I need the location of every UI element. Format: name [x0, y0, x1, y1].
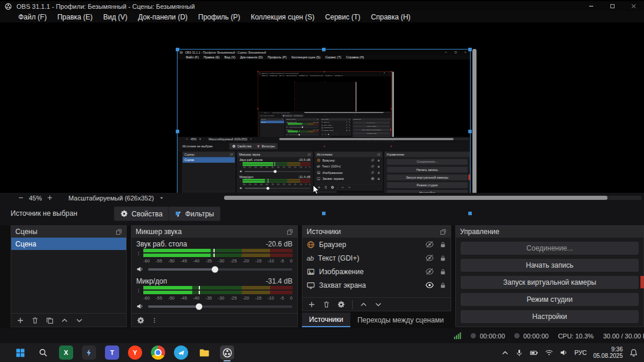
minimize-button[interactable] [580, 1, 602, 11]
menu-scene-collection[interactable]: Коллекция сцен (S) [245, 13, 320, 21]
source-up-button[interactable] [341, 186, 344, 189]
source-down-button[interactable] [336, 133, 337, 135]
scene-down-button[interactable] [75, 317, 83, 324]
dock-popout-icon[interactable] [116, 229, 122, 235]
source-row-browser[interactable]: Браузер [303, 238, 451, 251]
source-properties-gear-icon[interactable] [328, 133, 330, 135]
visibility-eye-icon[interactable] [370, 177, 374, 181]
selection-handle[interactable] [324, 71, 325, 73]
visibility-eye-off-icon[interactable] [425, 254, 434, 262]
volume-slider[interactable] [245, 187, 310, 189]
source-row-display-capture[interactable]: Захват экрана [303, 278, 451, 292]
visibility-eye-off-icon[interactable] [425, 240, 434, 249]
preview-horizontal-scrollbar[interactable] [280, 138, 469, 140]
volume-slider-thumb[interactable] [267, 187, 270, 190]
remove-source-button[interactable] [324, 186, 327, 189]
dock-popout-icon[interactable] [440, 229, 446, 235]
menu-help[interactable]: Справка (H) [344, 55, 367, 59]
menu-scene-collection[interactable]: Коллекция сцен (S) [289, 55, 323, 59]
channel-menu-icon[interactable] [136, 286, 141, 301]
selection-handle[interactable] [294, 98, 295, 99]
tab-scene-transitions[interactable]: Переходы между сценами [350, 312, 451, 327]
scenes-panel-header[interactable]: Сцены [11, 226, 126, 238]
duplicate-scene-button[interactable] [46, 317, 54, 324]
start-streaming-button[interactable]: Соединение... [461, 242, 639, 255]
lock-icon[interactable] [439, 282, 446, 289]
menu-tools[interactable]: Сервис (T) [320, 13, 366, 21]
selection-handle[interactable] [324, 82, 325, 83]
selection-handle[interactable] [257, 108, 258, 110]
start-recording-button[interactable]: Начать запись [461, 259, 639, 272]
restore-button[interactable] [602, 1, 623, 11]
source-properties-gear-icon[interactable] [337, 301, 345, 308]
lock-icon[interactable] [349, 124, 350, 125]
speaker-icon[interactable] [136, 265, 144, 273]
visibility-eye-off-icon[interactable] [370, 170, 374, 175]
scene-list-item[interactable]: Сцена [183, 157, 235, 163]
taskbar-excel-icon[interactable]: X [59, 345, 73, 360]
selection-handle[interactable] [322, 48, 326, 51]
controls-panel-header[interactable]: Управление [456, 226, 643, 238]
studio-mode-button[interactable]: Режим студии [353, 132, 390, 135]
volume-slider-thumb[interactable] [196, 303, 202, 310]
scrollbar-thumb[interactable] [280, 138, 454, 140]
studio-mode-button[interactable]: Режим студии [461, 293, 639, 306]
preview-vertical-scrollbar[interactable] [392, 72, 394, 147]
selection-handle[interactable] [176, 130, 179, 133]
tray-wifi-icon[interactable] [545, 348, 553, 357]
lock-icon[interactable] [349, 121, 350, 123]
preview-canvas[interactable]: OBS 31.1.1 - Профили: Безымянный - Сцены… [0, 22, 644, 193]
visibility-eye-off-icon[interactable] [346, 124, 347, 126]
preview-scale-mode[interactable]: Масштабируемый (626x352) [68, 195, 154, 202]
tray-chevron-up-icon[interactable] [501, 349, 509, 357]
source-properties-gear-icon[interactable] [331, 186, 334, 189]
menu-edit[interactable]: Правка (E) [201, 55, 222, 59]
window-titlebar[interactable]: OBS 31.1.1 - Профили: Безымянный - Сцены… [0, 1, 644, 11]
selection-handle[interactable] [391, 71, 392, 73]
tray-microphone-icon[interactable] [515, 349, 523, 357]
speaker-icon[interactable] [239, 170, 243, 173]
selection-handle[interactable] [257, 146, 258, 147]
scale-mode-caret-icon[interactable] [159, 195, 165, 201]
sources-panel-header[interactable]: Источники [315, 152, 382, 157]
lock-icon[interactable] [349, 127, 350, 128]
visibility-eye-off-icon[interactable] [370, 158, 374, 162]
zoom-in-icon[interactable] [199, 137, 202, 140]
dock-popout-icon[interactable] [230, 153, 233, 156]
selection-handle[interactable] [176, 212, 179, 215]
scrollbar-thumb[interactable] [304, 112, 383, 113]
source-row-image[interactable]: Изображение [315, 169, 382, 175]
source-down-button[interactable] [374, 301, 382, 308]
lock-icon[interactable] [439, 268, 446, 275]
lock-icon[interactable] [377, 164, 380, 167]
taskbar-chrome-icon[interactable] [151, 345, 165, 360]
menu-view[interactable]: Вид (V) [222, 55, 238, 59]
channel-menu-icon[interactable] [239, 162, 242, 169]
visibility-eye-icon[interactable] [346, 130, 347, 131]
source-down-button[interactable] [347, 186, 351, 189]
dock-popout-icon[interactable] [308, 153, 311, 156]
preview-vertical-scrollbar[interactable] [356, 82, 356, 116]
preview-vertical-scrollbar[interactable] [472, 49, 477, 214]
source-up-button[interactable] [333, 133, 334, 135]
menu-help[interactable]: Справка (H) [366, 13, 416, 21]
add-scene-button[interactable] [17, 317, 24, 324]
speaker-icon[interactable] [286, 126, 288, 128]
lock-icon[interactable] [349, 130, 350, 131]
taskbar-obs-icon-active[interactable] [220, 345, 234, 360]
start-virtual-camera-button[interactable]: Запуск виртуальной камеры [387, 175, 468, 180]
selection-handle[interactable] [468, 212, 472, 215]
taskbar-teams-icon[interactable]: T [105, 345, 119, 360]
menu-view[interactable]: Вид (V) [98, 13, 133, 21]
zoom-out-icon[interactable] [18, 195, 24, 201]
menu-profile[interactable]: Профиль (P) [193, 13, 245, 21]
tray-battery-icon[interactable] [530, 348, 538, 357]
mixer-menu-icon[interactable] [152, 317, 157, 324]
selection-handle[interactable] [176, 48, 179, 51]
speaker-icon[interactable] [286, 134, 288, 136]
selection-handle[interactable] [322, 212, 326, 215]
preview[interactable]: OBS 31.1.1 - Профили: Безымянный - Сцены… [258, 72, 391, 147]
dock-popout-icon[interactable] [349, 119, 350, 120]
speaker-icon[interactable] [136, 302, 144, 310]
selection-handle[interactable] [355, 116, 356, 116]
